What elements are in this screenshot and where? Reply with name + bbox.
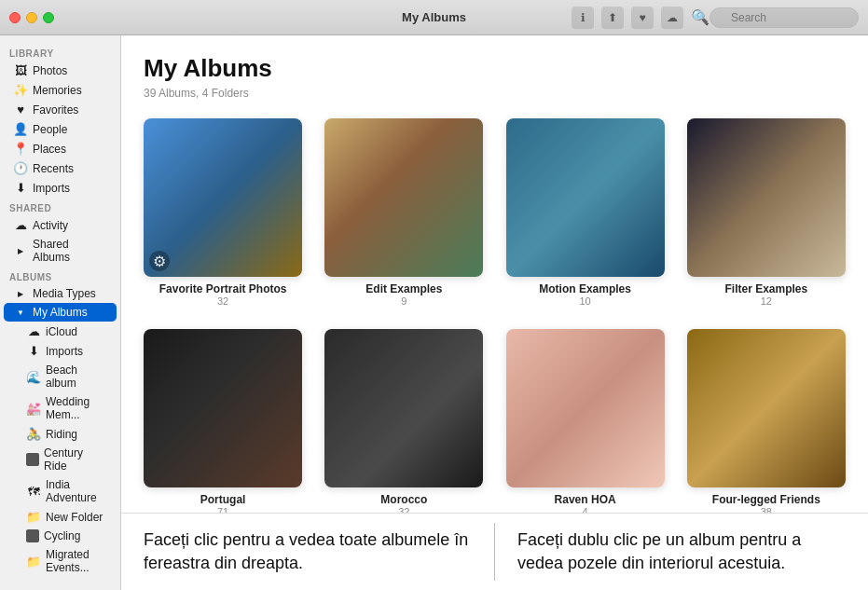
- sidebar-item-riding[interactable]: 🚴 Riding: [4, 424, 117, 444]
- album-thumb-filter-examples: [687, 118, 846, 277]
- sidebar-item-people-label: People: [33, 123, 67, 136]
- albums-subtitle: 39 Albums, 4 Folders: [144, 87, 846, 100]
- sidebar-item-photos-label: Photos: [33, 64, 67, 77]
- album-name-filter-examples: Filter Examples: [725, 282, 808, 295]
- shared-albums-expand-icon: ▶: [13, 247, 28, 255]
- album-item-fav-portrait[interactable]: ⚙ Favorite Portrait Photos 32: [144, 118, 302, 307]
- sidebar-item-century-ride[interactable]: Century Ride: [4, 444, 117, 475]
- page-title: My Albums: [144, 54, 846, 83]
- sidebar-item-memories[interactable]: ✨ Memories: [4, 80, 117, 100]
- photos-icon: 🖼: [13, 63, 28, 77]
- album-item-morocco[interactable]: Morocco 32: [324, 329, 483, 513]
- sidebar-item-migrated-label: Migrated Events...: [46, 548, 107, 574]
- app-body: Library 🖼 Photos ✨ Memories ♥ Favorites …: [0, 35, 868, 590]
- search-icon: 🔍: [691, 8, 710, 26]
- places-icon: 📍: [13, 142, 28, 156]
- album-name-edit-examples: Edit Examples: [365, 282, 442, 295]
- minimize-button[interactable]: [26, 12, 37, 23]
- memories-icon: ✨: [13, 83, 28, 97]
- century-ride-icon: [26, 453, 39, 466]
- sidebar-item-shared-albums[interactable]: ▶ Shared Albums: [4, 235, 117, 267]
- close-button[interactable]: [9, 12, 21, 23]
- sidebar-item-my-albums[interactable]: ▼ My Albums: [4, 303, 117, 322]
- sidebar-item-cycling[interactable]: Cycling: [4, 527, 117, 545]
- album-thumb-four-legged: [687, 329, 846, 487]
- sidebar-item-imports-album[interactable]: ⬇ Imports: [4, 341, 117, 361]
- album-count-motion-examples: 10: [580, 295, 591, 307]
- people-icon: 👤: [13, 122, 28, 136]
- album-name-motion-examples: Motion Examples: [539, 282, 631, 295]
- my-albums-expand-icon: ▼: [13, 309, 28, 317]
- album-count-morocco: 32: [398, 506, 409, 513]
- album-count-raven-hoa: 4: [583, 506, 588, 513]
- library-section-label: Library: [0, 43, 120, 61]
- sidebar-item-shared-albums-label: Shared Albums: [33, 238, 107, 264]
- album-name-morocco: Morocco: [380, 493, 427, 506]
- titlebar: My Albums ℹ ⬆ ♥ ☁ 🔍: [0, 0, 868, 35]
- album-thumb-motion-examples: [506, 118, 665, 277]
- sidebar-item-media-types[interactable]: ▶ Media Types: [4, 284, 117, 303]
- icloud-button[interactable]: ☁: [661, 7, 683, 29]
- icloud-sidebar-icon: ☁: [26, 324, 41, 338]
- share-button[interactable]: ⬆: [601, 7, 624, 29]
- sidebar-item-media-types-label: Media Types: [33, 287, 96, 300]
- sidebar-item-new-folder[interactable]: 📁 New Folder: [4, 507, 117, 527]
- album-item-raven-hoa[interactable]: Raven HOA 4: [506, 329, 665, 513]
- sidebar-item-people[interactable]: 👤 People: [4, 119, 117, 139]
- gear-icon[interactable]: ⚙: [149, 251, 170, 271]
- sidebar-item-memories-label: Memories: [33, 84, 82, 97]
- media-types-expand-icon: ▶: [13, 290, 28, 298]
- sidebar-item-imports[interactable]: ⬇ Imports: [4, 178, 117, 198]
- sidebar-item-places-label: Places: [33, 143, 66, 156]
- sidebar-item-recents[interactable]: 🕐 Recents: [4, 158, 117, 178]
- album-count-edit-examples: 9: [401, 295, 406, 307]
- sidebar-item-imports-label: Imports: [33, 182, 70, 195]
- album-item-four-legged[interactable]: Four-legged Friends 38: [687, 329, 846, 513]
- sidebar-item-india-adventure[interactable]: 🗺 India Adventure: [4, 475, 117, 507]
- sidebar: Library 🖼 Photos ✨ Memories ♥ Favorites …: [0, 35, 121, 590]
- sidebar-item-migrated[interactable]: 📁 Migrated Events...: [4, 545, 117, 577]
- album-name-four-legged: Four-legged Friends: [712, 493, 820, 506]
- album-item-portugal[interactable]: Portugal 71: [144, 329, 302, 513]
- album-item-motion-examples[interactable]: Motion Examples 10: [506, 118, 665, 307]
- sidebar-item-cycling-label: Cycling: [44, 529, 80, 542]
- maximize-button[interactable]: [43, 12, 54, 23]
- annotation-overlay: Faceți clic pentru a vedea toate albumel…: [121, 513, 868, 590]
- album-item-filter-examples[interactable]: Filter Examples 12: [687, 118, 846, 307]
- sidebar-item-photos[interactable]: 🖼 Photos: [4, 61, 117, 80]
- albums-section-label: Albums: [0, 267, 120, 284]
- shared-section-label: Shared: [0, 198, 120, 215]
- album-name-fav-portrait: Favorite Portrait Photos: [159, 282, 287, 295]
- album-name-portugal: Portugal: [200, 493, 246, 506]
- sidebar-item-new-folder-label: New Folder: [46, 511, 103, 524]
- sidebar-item-activity-label: Activity: [33, 219, 68, 232]
- window-title: My Albums: [402, 10, 466, 24]
- album-count-fav-portrait: 32: [217, 295, 228, 307]
- info-button[interactable]: ℹ: [572, 7, 594, 29]
- search-input[interactable]: [710, 7, 859, 28]
- favorite-button[interactable]: ♥: [631, 7, 654, 29]
- migrated-icon: 📁: [26, 555, 41, 569]
- sidebar-item-icloud[interactable]: ☁ iCloud: [4, 322, 117, 341]
- annotation-right: Faceți dublu clic pe un album pentru a v…: [495, 514, 868, 590]
- sidebar-item-beach-album[interactable]: 🌊 Beach album: [4, 361, 117, 392]
- sidebar-item-riding-label: Riding: [46, 428, 77, 441]
- sidebar-item-wedding[interactable]: 💒 Wedding Mem...: [4, 392, 117, 424]
- sidebar-item-favorites[interactable]: ♥ Favorites: [4, 100, 117, 119]
- album-item-edit-examples[interactable]: Edit Examples 9: [324, 118, 483, 307]
- sidebar-item-activity[interactable]: ☁ Activity: [4, 215, 117, 235]
- sidebar-item-beach-album-label: Beach album: [46, 364, 107, 390]
- new-folder-icon: 📁: [26, 510, 41, 524]
- sidebar-item-imports-album-label: Imports: [46, 345, 83, 358]
- sidebar-item-recents-label: Recents: [33, 162, 74, 175]
- recents-icon: 🕐: [13, 161, 28, 175]
- sidebar-item-wedding-label: Wedding Mem...: [46, 395, 107, 421]
- favorites-icon: ♥: [13, 103, 28, 117]
- sidebar-item-places[interactable]: 📍 Places: [4, 139, 117, 158]
- imports-album-icon: ⬇: [26, 344, 41, 358]
- main-content: My Albums 39 Albums, 4 Folders ⚙ Favorit…: [121, 35, 868, 513]
- riding-icon: 🚴: [26, 427, 41, 441]
- sidebar-item-india-adventure-label: India Adventure: [46, 478, 107, 504]
- album-thumb-portugal: [144, 329, 302, 487]
- india-adventure-icon: 🗺: [26, 485, 41, 499]
